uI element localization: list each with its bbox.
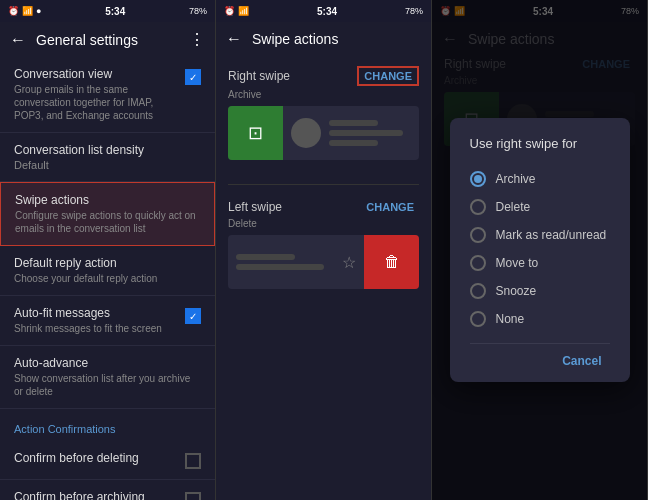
radio-archive[interactable]: [470, 171, 486, 187]
status-icons-left: ⏰ 📶 ●: [8, 6, 41, 16]
density-value: Default: [14, 159, 201, 171]
battery-p2: 78%: [405, 6, 423, 16]
radio-snooze[interactable]: [470, 283, 486, 299]
star-icon-p2: ☆: [342, 253, 356, 272]
swipe-actions-desc: Configure swipe actions to quickly act o…: [15, 209, 200, 235]
dialog-option-archive-label: Archive: [496, 172, 536, 186]
left-swipe-change-button[interactable]: CHANGE: [361, 199, 419, 215]
conversation-view-desc: Group emails in the same conversation to…: [14, 83, 185, 122]
swipe-actions-panel: ⏰ 📶 5:34 78% ← Swipe actions Right swipe…: [216, 0, 432, 500]
swipe-actions-title-p2: Swipe actions: [252, 31, 421, 47]
settings-item-confirm-archive[interactable]: Confirm before archiving: [0, 480, 215, 500]
alarm-icon: ⏰: [8, 6, 19, 16]
dialog-option-none-label: None: [496, 312, 525, 326]
dialog-cancel-button[interactable]: Cancel: [554, 350, 609, 372]
confirm-delete-checkbox[interactable]: [185, 453, 201, 469]
confirm-delete-label: Confirm before deleting: [14, 451, 185, 465]
general-settings-title: General settings: [36, 32, 179, 48]
dialog-option-move-to[interactable]: Move to: [470, 249, 610, 277]
general-settings-topbar: ← General settings ⋮: [0, 22, 215, 57]
radio-move-to[interactable]: [470, 255, 486, 271]
status-right-p1: 78%: [189, 6, 207, 16]
radio-mark-read[interactable]: [470, 227, 486, 243]
right-swipe-dialog: Use right swipe for Archive Delete Mark …: [450, 118, 630, 382]
lines-mock-p2-right: [329, 120, 411, 146]
right-swipe-preview: ⊡: [228, 106, 419, 160]
dialog-option-snooze[interactable]: Snooze: [470, 277, 610, 305]
settings-item-autoadvance[interactable]: Auto-advance Show conversation list afte…: [0, 346, 215, 409]
line-long-p2r: [329, 130, 403, 136]
dialog-option-delete-label: Delete: [496, 200, 531, 214]
settings-item-default-reply[interactable]: Default reply action Choose your default…: [0, 246, 215, 296]
alarm-icon-p2: ⏰: [224, 6, 235, 16]
dialog-option-delete[interactable]: Delete: [470, 193, 610, 221]
right-swipe-green-bg: ⊡: [228, 106, 283, 160]
left-swipe-preview: ☆ 🗑: [228, 235, 419, 289]
status-icons-left-p2: ⏰ 📶: [224, 6, 249, 16]
settings-list: Conversation view Group emails in the sa…: [0, 57, 215, 500]
confirm-archive-label: Confirm before archiving: [14, 490, 185, 500]
confirm-archive-checkbox[interactable]: [185, 492, 201, 500]
status-right-p2: 78%: [405, 6, 423, 16]
archive-icon-p2: ⊡: [248, 122, 263, 144]
line-short-p2l: [236, 254, 295, 260]
wifi-icon: 📶: [22, 6, 33, 16]
default-reply-label: Default reply action: [14, 256, 201, 270]
status-time-p2: 5:34: [317, 6, 337, 17]
autoadvance-desc: Show conversation list after you archive…: [14, 372, 201, 398]
dialog-option-mark-read-label: Mark as read/unread: [496, 228, 607, 242]
status-bar-panel2: ⏰ 📶 5:34 78%: [216, 0, 431, 22]
general-settings-panel: ⏰ 📶 ● 5:34 78% ← General settings ⋮ Conv…: [0, 0, 216, 500]
dialog-overlay[interactable]: Use right swipe for Archive Delete Mark …: [432, 0, 647, 500]
radio-delete[interactable]: [470, 199, 486, 215]
action-confirmations-label: Action Confirmations: [14, 423, 116, 435]
status-bar-panel1: ⏰ 📶 ● 5:34 78%: [0, 0, 215, 22]
swipe-actions-label: Swipe actions: [15, 193, 200, 207]
autoadvance-label: Auto-advance: [14, 356, 201, 370]
line-short2-p2r: [329, 140, 378, 146]
settings-item-confirm-delete[interactable]: Confirm before deleting: [0, 441, 215, 480]
left-swipe-header: Left swipe CHANGE: [228, 199, 419, 215]
swipe-actions-dialog-panel: ⏰ 📶 5:34 78% ← Swipe actions Right swipe…: [432, 0, 648, 500]
settings-item-conversation-view[interactable]: Conversation view Group emails in the sa…: [0, 57, 215, 133]
dialog-option-mark-read[interactable]: Mark as read/unread: [470, 221, 610, 249]
left-swipe-title: Left swipe: [228, 200, 282, 214]
dialog-footer: Cancel: [470, 343, 610, 372]
autofit-checkbox[interactable]: ✓: [185, 308, 201, 324]
conversation-view-label: Conversation view: [14, 67, 185, 81]
lines-mock-p2-left: [236, 254, 334, 270]
left-swipe-preview-content: ☆: [228, 247, 364, 278]
swipe-actions-topbar: ← Swipe actions: [216, 22, 431, 56]
settings-item-density[interactable]: Conversation list density Default: [0, 133, 215, 182]
dialog-option-archive[interactable]: Archive: [470, 165, 610, 193]
status-time-p1: 5:34: [105, 6, 125, 17]
dialog-option-none[interactable]: None: [470, 305, 610, 333]
back-button-p2[interactable]: ←: [226, 30, 242, 48]
delete-icon-p2: 🗑: [384, 253, 400, 271]
autofit-label: Auto-fit messages: [14, 306, 185, 320]
right-swipe-header: Right swipe CHANGE: [228, 66, 419, 86]
dialog-option-move-to-label: Move to: [496, 256, 539, 270]
dialog-option-snooze-label: Snooze: [496, 284, 537, 298]
right-swipe-section: Right swipe CHANGE Archive ⊡: [216, 56, 431, 180]
swipe-divider: [228, 184, 419, 185]
wifi-icon-p2: 📶: [238, 6, 249, 16]
conversation-view-checkbox[interactable]: ✓: [185, 69, 201, 85]
line-long-p2l: [236, 264, 324, 270]
default-reply-desc: Choose your default reply action: [14, 272, 201, 285]
dialog-title: Use right swipe for: [470, 136, 610, 151]
radio-none[interactable]: [470, 311, 486, 327]
battery-p1: 78%: [189, 6, 207, 16]
line-short-p2r: [329, 120, 378, 126]
right-swipe-title: Right swipe: [228, 69, 290, 83]
settings-item-swipe-actions[interactable]: Swipe actions Configure swipe actions to…: [0, 182, 215, 246]
signal-icon: ●: [36, 6, 41, 16]
avatar-p2-right: [291, 118, 321, 148]
left-swipe-red-bg: 🗑: [364, 235, 419, 289]
right-swipe-change-button[interactable]: CHANGE: [357, 66, 419, 86]
right-swipe-action-label: Archive: [228, 89, 419, 100]
action-confirmations-header: Action Confirmations: [0, 409, 215, 441]
back-button-p1[interactable]: ←: [10, 31, 26, 49]
more-menu-icon-p1[interactable]: ⋮: [189, 30, 205, 49]
settings-item-autofit[interactable]: Auto-fit messages Shrink messages to fit…: [0, 296, 215, 346]
